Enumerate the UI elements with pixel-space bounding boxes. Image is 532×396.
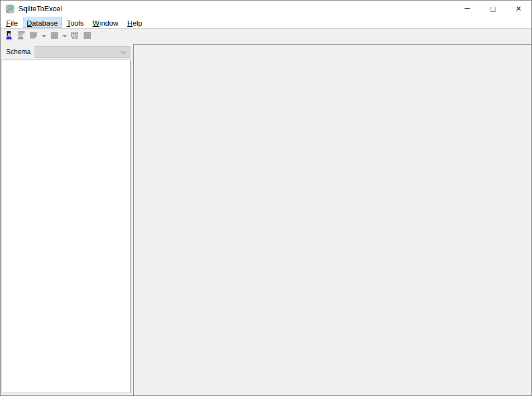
schema-row: Schema bbox=[1, 44, 130, 60]
table-list[interactable] bbox=[2, 60, 130, 393]
toolbar-connect-button[interactable] bbox=[3, 30, 15, 42]
sidebar: Schema bbox=[1, 44, 130, 395]
chevron-down-icon bbox=[62, 35, 67, 37]
chevron-down-icon bbox=[120, 51, 127, 55]
minimize-button[interactable]: ─ bbox=[454, 1, 480, 17]
main-panel bbox=[133, 44, 531, 395]
window-title: SqliteToExcel bbox=[18, 4, 62, 13]
menubar: File Database Tools Window Help bbox=[1, 17, 531, 28]
menu-item-window[interactable]: Window bbox=[89, 17, 122, 28]
toolbar-disconnect-button[interactable] bbox=[15, 30, 27, 42]
window-controls: ─ □ ✕ bbox=[454, 1, 531, 17]
menu-item-database[interactable]: Database bbox=[23, 17, 62, 28]
close-icon: ✕ bbox=[516, 4, 522, 13]
menu-item-help[interactable]: Help bbox=[123, 17, 146, 28]
chevron-down-icon bbox=[42, 35, 46, 37]
disconnect-user-icon bbox=[17, 31, 26, 42]
maximize-button[interactable]: □ bbox=[480, 1, 506, 17]
maximize-icon: □ bbox=[491, 4, 495, 13]
export-document-icon bbox=[29, 31, 38, 42]
close-button[interactable]: ✕ bbox=[506, 1, 531, 17]
schema-select[interactable] bbox=[35, 46, 130, 58]
toolbar-export-dropdown[interactable] bbox=[60, 30, 69, 42]
minimize-icon: ─ bbox=[465, 4, 470, 13]
blank-square-icon bbox=[83, 31, 91, 42]
app-window: SqliteToExcel ─ □ ✕ File Database Tools … bbox=[0, 0, 532, 396]
connect-user-icon bbox=[4, 31, 13, 42]
toolbar-export-button[interactable] bbox=[48, 30, 60, 42]
toolbar bbox=[1, 28, 531, 44]
titlebar: SqliteToExcel ─ □ ✕ bbox=[1, 1, 531, 17]
toolbar-export-document-button[interactable] bbox=[27, 30, 40, 42]
toolbar-stop-button[interactable] bbox=[81, 30, 93, 42]
blank-square-icon bbox=[50, 31, 59, 42]
content-area: Schema bbox=[1, 44, 531, 395]
data-grid-icon bbox=[70, 31, 79, 42]
toolbar-export-document-dropdown[interactable] bbox=[40, 30, 48, 42]
schema-label: Schema bbox=[6, 48, 31, 56]
toolbar-data-grid-button[interactable] bbox=[69, 30, 81, 42]
app-icon bbox=[6, 4, 14, 13]
menu-item-file[interactable]: File bbox=[2, 17, 22, 28]
menu-item-tools[interactable]: Tools bbox=[63, 17, 88, 28]
